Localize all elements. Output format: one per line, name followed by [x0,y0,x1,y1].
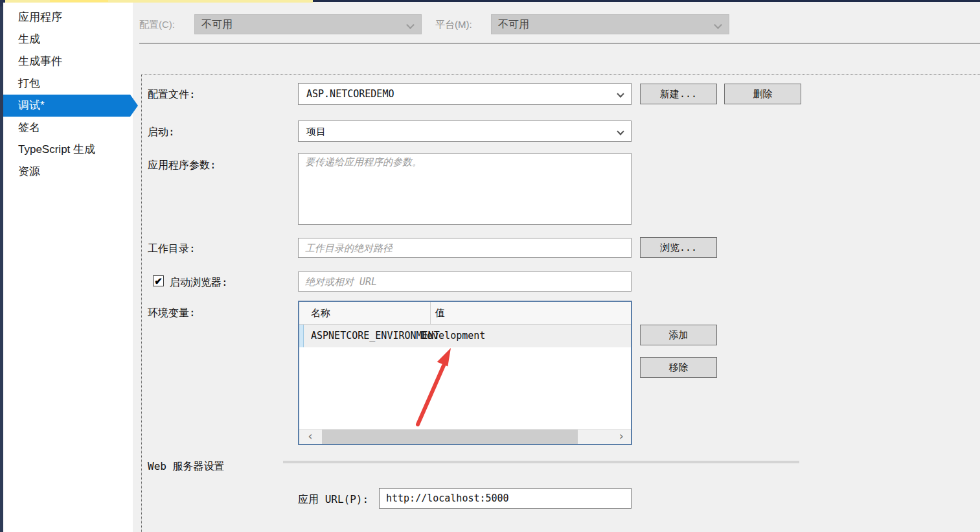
scroll-left-icon[interactable]: ‹ [303,430,317,444]
launch-browser-checkbox[interactable]: ✔ [153,275,164,286]
env-table-header: 名称 值 [299,302,631,325]
platform-dropdown: 不可用 [491,14,729,34]
web-server-section-label: Web 服务器设置 [148,460,225,474]
launch-browser-label: 启动浏览器: [170,276,228,290]
top-separator [139,43,980,44]
app-url-input[interactable] [379,488,632,509]
configuration-dropdown: 不可用 [194,14,422,34]
working-dir-label: 工作目录: [148,242,196,256]
scroll-right-icon[interactable]: › [614,430,628,444]
env-value-cell: Development [421,325,485,347]
working-dir-input[interactable] [298,238,632,258]
launch-dropdown[interactable]: 项目 [298,121,632,142]
project-properties-sidebar: 应用程序 生成 生成事件 打包 调试* 签名 TypeScript 生成 资源 [3,3,133,532]
env-header-value: 值 [435,302,445,324]
table-row[interactable]: ASPNETCORE_ENVIRONMENT Development [299,325,631,347]
sidebar-item-build-events[interactable]: 生成事件 [3,51,130,73]
top-yellow-strip-bright [50,0,108,2]
platform-label: 平台(M): [435,14,472,34]
sidebar-item-application[interactable]: 应用程序 [3,6,130,29]
chevron-down-icon [714,21,722,29]
sidebar-item-package[interactable]: 打包 [3,73,130,95]
profile-dropdown-value: ASP.NETCOREDEMO [306,88,394,100]
env-vars-table[interactable]: 名称 值 ASPNETCORE_ENVIRONMENT Development … [298,301,632,445]
new-profile-button[interactable]: 新建... [640,84,717,104]
profile-label: 配置文件: [148,88,196,102]
sidebar-item-resources[interactable]: 资源 [3,161,130,183]
delete-profile-button[interactable]: 删除 [724,84,801,104]
launch-label: 启动: [148,126,175,139]
app-args-textarea[interactable] [298,153,632,225]
env-header-name: 名称 [311,302,330,324]
configuration-dropdown-value: 不可用 [201,19,233,30]
scrollbar-thumb[interactable] [322,430,578,444]
horizontal-scrollbar[interactable]: ‹ › [299,429,631,444]
configuration-label: 配置(C): [139,14,175,34]
selected-item-arrow [130,95,138,117]
env-vars-label: 环境变量: [148,306,196,320]
platform-dropdown-value: 不可用 [498,19,529,30]
sidebar-item-signing[interactable]: 签名 [3,117,130,139]
remove-env-var-button[interactable]: 移除 [640,357,717,378]
chevron-down-icon [617,128,624,135]
web-server-section-separator [283,461,799,463]
sidebar-item-typescript-build[interactable]: TypeScript 生成 [3,139,130,161]
env-name-cell: ASPNETCORE_ENVIRONMENT [311,325,440,347]
browse-button[interactable]: 浏览... [640,237,717,258]
chevron-down-icon [406,21,415,29]
launch-url-input[interactable] [298,272,632,292]
app-url-label: 应用 URL(P): [298,493,369,507]
launch-dropdown-value: 项目 [306,126,326,137]
app-args-label: 应用程序参数: [148,159,216,172]
add-env-var-button[interactable]: 添加 [640,325,717,345]
row-selection-indicator [299,325,304,347]
sidebar-item-build[interactable]: 生成 [3,29,130,51]
top-window-border [313,0,980,2]
sidebar-item-debug[interactable]: 调试* [3,95,130,117]
profile-dropdown[interactable]: ASP.NETCOREDEMO [298,83,632,105]
env-column-separator [430,302,431,325]
chevron-down-icon [617,90,624,97]
